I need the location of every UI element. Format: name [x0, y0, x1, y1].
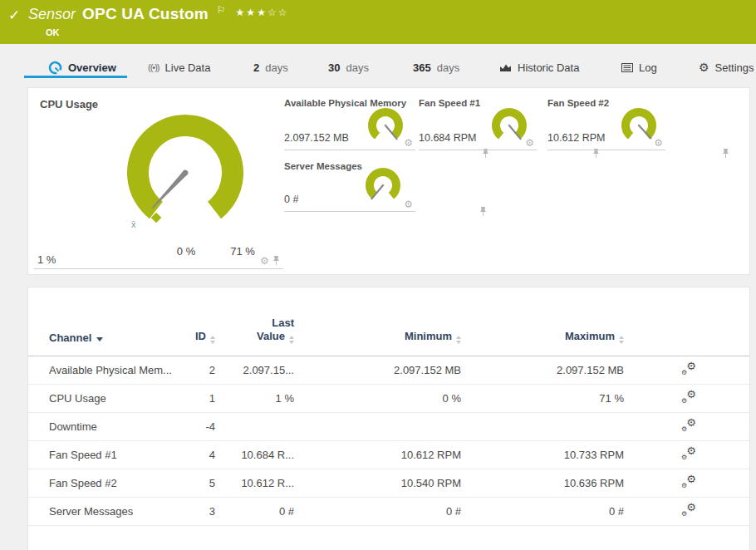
gear-icon: ⚙ [681, 454, 687, 461]
tile-icons: ⚙ [404, 199, 413, 209]
active-tab-underline [24, 76, 127, 78]
priority-stars[interactable]: ★★★☆☆ [236, 7, 289, 18]
cell-id: 5 [186, 477, 215, 489]
column-header-channel-label: Channel [49, 331, 91, 344]
cell-minimum: 0 # [294, 505, 461, 518]
tile-gear-icon[interactable]: ⚙ [404, 199, 413, 209]
column-header-minimum-label: Minimum [405, 330, 452, 342]
status-ok-check-icon: ✓ [8, 7, 20, 24]
cell-maximum: 10.733 RPM [461, 449, 624, 461]
gauge-min-label: 0 % [169, 245, 203, 258]
cell-minimum: 0 % [294, 392, 461, 405]
prtg-sensor-page: ✓ Sensor OPC UA Custom ⚐ ★★★☆☆ OK Overvi… [0, 0, 756, 550]
gear-icon: ⚙ [686, 417, 696, 428]
channels-table-panel: Channel ID Last Value Minimum Maximum Av… [27, 287, 750, 550]
cell-id: 2 [186, 364, 215, 376]
cell-maximum: 10.636 RPM [461, 477, 624, 489]
cell-id: -4 [186, 420, 215, 433]
gear-icon: ⚙ [686, 474, 696, 484]
gear-icon: ⚙ [686, 389, 696, 400]
column-header-minimum[interactable]: Minimum [294, 330, 461, 356]
channel-settings-gears-icon[interactable]: ⚙⚙ [680, 474, 697, 489]
tile-icons: ⚙ [525, 138, 534, 148]
tab-historic-data[interactable]: Historic Data [499, 58, 579, 76]
tile-pin-icon[interactable] [272, 256, 280, 266]
cell-minimum: 2.097.152 MB [294, 364, 461, 376]
gear-icon: ⚙ [699, 61, 709, 73]
cell-channel: Fan Speed #2 [49, 477, 186, 489]
cpu-tile-icons: ⚙ [260, 256, 280, 266]
cell-minimum: 10.612 RPM [294, 449, 461, 461]
tab-2-days[interactable]: 2 days [253, 58, 288, 76]
tile-pin-icon[interactable] [722, 149, 729, 159]
table-row: CPU Usage 1 1 % 0 % 71 % ⚙⚙ [28, 385, 749, 413]
tab-overview-label: Overview [68, 61, 116, 74]
tab-live-data[interactable]: ((•)) Live Data [148, 58, 210, 76]
tile-gear-icon[interactable]: ⚙ [260, 256, 269, 266]
sensor-status-text: OK [46, 27, 60, 37]
channel-settings-gears-icon[interactable]: ⚙⚙ [680, 446, 697, 461]
column-header-channel[interactable]: Channel [49, 331, 186, 356]
cell-id: 3 [186, 505, 215, 518]
sort-desc-icon [96, 337, 103, 341]
cell-id: 4 [186, 449, 215, 461]
column-header-last-label: Last [215, 317, 294, 330]
flag-icon[interactable]: ⚐ [217, 4, 226, 16]
tile-value: 10.612 RPM [547, 132, 605, 144]
column-header-id-label: ID [195, 330, 206, 342]
cpu-usage-current-value: 1 % [37, 253, 56, 266]
gear-icon: ⚙ [681, 426, 687, 433]
table-row: Fan Speed #1 4 10.684 R... 10.612 RPM 10… [28, 441, 749, 469]
tab-30-days-label: days [346, 61, 368, 74]
cell-minimum: 10.540 RPM [294, 477, 461, 489]
gauge-max-label: 71 % [223, 245, 262, 258]
column-header-maximum[interactable]: Maximum [461, 330, 624, 356]
cell-id: 1 [186, 392, 215, 405]
cell-maximum: 0 # [461, 505, 624, 518]
tab-settings[interactable]: ⚙ Settings [699, 58, 754, 76]
channel-settings-gears-icon[interactable]: ⚙⚙ [680, 503, 697, 518]
gauge-tile-fan-speed-2: Fan Speed #2 10.612 RPM ⚙ [547, 94, 665, 150]
tile-icons: ⚙ [654, 138, 663, 148]
gauge-average-marker: x̄ [131, 219, 136, 229]
cell-last-value: 10.684 R... [215, 449, 294, 461]
cell-channel: Fan Speed #1 [49, 449, 186, 461]
tile-pin-icon[interactable] [479, 207, 487, 217]
cpu-usage-gauge-title: CPU Usage [40, 98, 98, 110]
tab-30-days-number: 30 [328, 61, 340, 74]
tab-settings-label: Settings [715, 61, 754, 74]
cpu-usage-gauge [119, 113, 252, 238]
channel-settings-gears-icon[interactable]: ⚙⚙ [680, 361, 697, 376]
tile-title: Server Messages [284, 161, 362, 171]
cell-last-value: 0 # [215, 505, 294, 518]
channel-settings-gears-icon[interactable]: ⚙⚙ [680, 418, 697, 433]
log-list-icon [621, 63, 633, 72]
tile-value: 0 # [284, 194, 298, 205]
gear-icon: ⚙ [686, 361, 696, 371]
gear-icon: ⚙ [681, 483, 687, 489]
cell-maximum: 71 % [461, 392, 624, 405]
tab-365-days[interactable]: 365 days [413, 58, 459, 76]
cell-last-value: 10.612 R... [215, 477, 294, 489]
mini-gauge [362, 105, 409, 148]
sensor-status-header: ✓ Sensor OPC UA Custom ⚐ ★★★☆☆ OK [0, 0, 756, 44]
tile-gear-icon[interactable]: ⚙ [525, 138, 534, 148]
tab-30-days[interactable]: 30 days [328, 58, 369, 76]
tab-log[interactable]: Log [621, 58, 657, 76]
channels-table-header: Channel ID Last Value Minimum Maximum [28, 287, 749, 356]
tile-gear-icon[interactable]: ⚙ [404, 138, 413, 148]
channel-settings-gears-icon[interactable]: ⚙⚙ [680, 390, 697, 405]
tab-2-days-number: 2 [253, 61, 259, 74]
cell-last-value: 1 % [215, 392, 294, 405]
tab-live-data-label: Live Data [165, 61, 211, 74]
tab-overview[interactable]: Overview [48, 58, 116, 76]
mini-gauge [360, 165, 406, 208]
cell-channel: CPU Usage [49, 392, 186, 405]
column-header-last-value[interactable]: Last Value [215, 317, 294, 356]
tile-gear-icon[interactable]: ⚙ [654, 138, 663, 148]
area-chart-icon [499, 62, 512, 72]
column-header-id[interactable]: ID [186, 330, 215, 356]
live-data-icon: ((•)) [148, 62, 160, 72]
tab-log-label: Log [639, 61, 657, 74]
tab-historic-data-label: Historic Data [518, 61, 579, 74]
